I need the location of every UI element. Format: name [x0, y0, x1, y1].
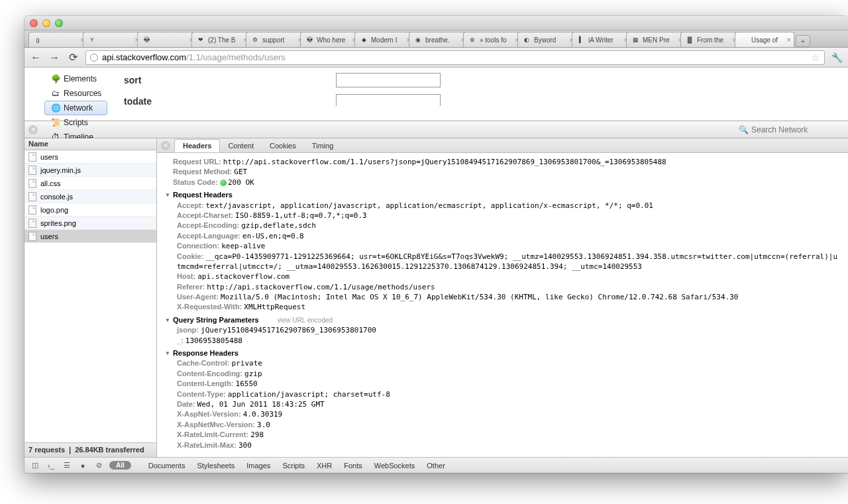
favicon-icon: 👽 [305, 35, 314, 44]
close-window-button[interactable] [30, 19, 38, 27]
panel-network[interactable]: 🌐Network [44, 101, 107, 115]
record-icon[interactable]: ● [78, 460, 88, 471]
panel-scripts[interactable]: 📜Scripts [44, 115, 107, 130]
browser-tab[interactable]: Usage of× [735, 32, 794, 47]
request-row[interactable]: logo.png [25, 203, 156, 217]
response-headers-section[interactable]: Response Headers [165, 348, 840, 358]
filter-websockets[interactable]: WebSockets [374, 462, 415, 470]
console-toggle-icon[interactable]: ›_ [46, 460, 56, 471]
browser-tab[interactable]: ◐Byword× [517, 32, 577, 47]
favicon-icon: 👽 [142, 35, 151, 44]
browser-window: g×Y×👽×❤(2) The B×⚙support×👽Who here×◆Mod… [25, 16, 848, 473]
request-row[interactable]: jquery.min.js [25, 164, 156, 177]
filter-all-pill[interactable]: All [109, 461, 131, 470]
clear-icon[interactable]: ⊘ [93, 460, 104, 471]
tab-label: (2) The B [208, 36, 236, 44]
panel-resources[interactable]: 🗂Resources [44, 86, 107, 101]
favicon-icon [739, 35, 749, 44]
detail-tab-headers[interactable]: Headers [174, 139, 220, 152]
todate-input[interactable] [336, 94, 441, 106]
filter-xhr[interactable]: XHR [317, 462, 332, 470]
filter-documents[interactable]: Documents [148, 462, 186, 470]
browser-tab[interactable]: 👽Who here× [300, 32, 360, 47]
network-search-input[interactable] [751, 125, 844, 134]
request-headers-section[interactable]: Request Headers [165, 190, 840, 200]
browser-tab[interactable]: ⊕» tools fo× [463, 32, 523, 47]
request-row[interactable]: users [25, 230, 156, 243]
browser-tab[interactable]: ▓From the× [680, 32, 740, 47]
file-icon [28, 192, 36, 201]
favicon-icon: ▓ [685, 35, 694, 44]
status-code-value: 200 OK [228, 178, 254, 187]
filter-scripts[interactable]: Scripts [282, 462, 305, 470]
header-value: Mozilla/5.0 (Macintosh; Intel Mac OS X 1… [221, 293, 738, 301]
request-name: sprites.png [40, 219, 76, 227]
browser-tab[interactable]: ⚙support× [246, 32, 305, 47]
request-row[interactable]: all.css [25, 177, 156, 190]
header-key: Date: [177, 400, 195, 408]
header-key: Accept-Language: [177, 232, 240, 240]
detail-close-icon[interactable]: ✕ [161, 141, 170, 150]
tab-label: Byword [534, 36, 556, 44]
sort-input[interactable] [336, 73, 441, 87]
header-key: Accept: [177, 201, 203, 209]
network-search[interactable]: 🔍 [739, 125, 844, 134]
tab-label: MEN Pre [643, 36, 670, 44]
browser-tab[interactable]: g× [28, 32, 88, 47]
form-label-sort: sort [124, 75, 336, 85]
header-value: 4.0.30319 [243, 410, 283, 419]
filter-fonts[interactable]: Fonts [344, 462, 362, 470]
browser-tab[interactable]: ❤(2) The B× [191, 32, 251, 47]
network-sidebar: Name usersjquery.min.jsall.cssconsole.js… [25, 138, 157, 457]
browser-tab[interactable]: Y× [83, 32, 142, 47]
devtools-close-icon[interactable]: ✕ [28, 125, 38, 134]
filter-images[interactable]: Images [246, 462, 270, 470]
wrench-menu-icon[interactable]: 🔧 [831, 52, 843, 63]
request-row[interactable]: console.js [25, 190, 156, 203]
header-key: Host: [177, 272, 195, 280]
header-value: application/javascript; charset=utf-8 [228, 390, 390, 399]
header-value: text/javascript, application/javascript,… [205, 201, 653, 210]
minimize-window-button[interactable] [42, 19, 50, 27]
detail-tab-content[interactable]: Content [220, 140, 262, 152]
reload-button[interactable]: ⟳ [67, 52, 79, 64]
header-key: _: [177, 336, 184, 344]
header-key: Cache-Control: [177, 359, 229, 367]
favicon-icon: ◉ [413, 35, 423, 44]
header-key: Accept-Charset: [177, 211, 233, 219]
request-name: users [40, 153, 58, 161]
dock-icon[interactable]: ◫ [30, 460, 40, 471]
zoom-window-button[interactable] [55, 19, 63, 27]
browser-tab[interactable]: 👽× [137, 32, 197, 47]
browser-tab[interactable]: ▦MEN Pre× [626, 32, 686, 47]
header-value: en-US,en;q=0.8 [242, 232, 304, 240]
view-url-encoded-link[interactable]: view URL encoded [278, 316, 333, 325]
list-icon[interactable]: ☰ [62, 460, 72, 471]
query-string-section[interactable]: Query String Parametersview URL encoded [165, 315, 840, 325]
browser-tab[interactable]: ▍iA Writer× [572, 32, 631, 47]
resources-icon: 🗂 [50, 88, 61, 99]
detail-tab-cookies[interactable]: Cookies [262, 140, 304, 152]
request-row[interactable]: users [25, 150, 156, 164]
close-tab-icon[interactable]: × [787, 36, 791, 44]
header-value: keep-alive [221, 242, 265, 250]
detail-tab-timing[interactable]: Timing [304, 140, 342, 152]
address-bar[interactable]: api.stackoverflow.com/1.1/usage/methods/… [85, 50, 825, 65]
filter-stylesheets[interactable]: Stylesheets [197, 462, 235, 470]
filter-other[interactable]: Other [427, 462, 445, 470]
panel-elements[interactable]: 🌳Elements [44, 72, 107, 86]
column-header-name[interactable]: Name [25, 138, 156, 150]
request-method-value: GET [234, 168, 247, 176]
forward-button[interactable]: → [48, 52, 60, 64]
header-value: Wed, 01 Jun 2011 18:43:25 GMT [197, 400, 325, 409]
back-button[interactable]: ← [30, 52, 42, 64]
browser-tab[interactable]: ◆Modern I× [354, 32, 414, 47]
new-tab-button[interactable]: + [796, 35, 810, 47]
tab-label: From the [697, 36, 723, 44]
request-row[interactable]: sprites.png [25, 217, 156, 230]
bookmark-star-icon[interactable]: ☆ [812, 52, 820, 63]
header-value: ISO-8859-1,utf-8;q=0.7,*;q=0.3 [235, 211, 367, 220]
elements-icon: 🌳 [50, 74, 61, 84]
status-code-label: Status Code: [173, 178, 218, 186]
browser-tab[interactable]: ◉breathe.× [409, 32, 468, 47]
